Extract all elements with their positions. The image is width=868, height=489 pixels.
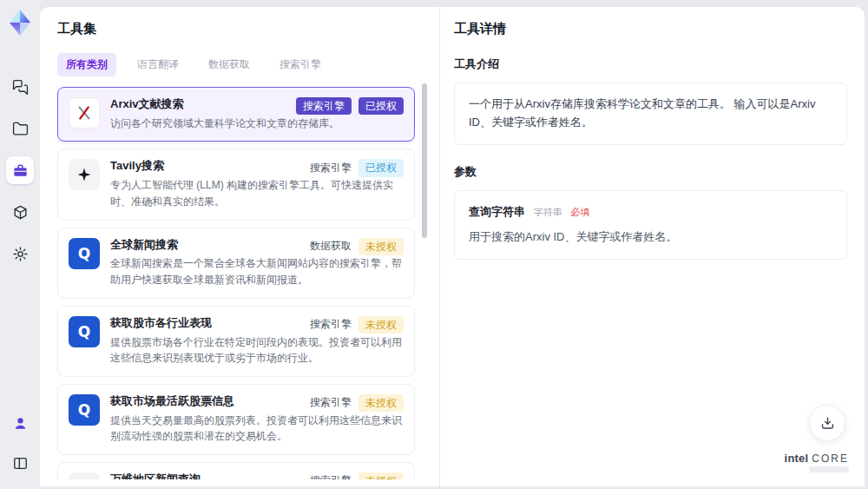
chat-icon: [12, 79, 29, 96]
params-heading: 参数: [454, 164, 847, 180]
tools-panel: 工具集 所有类别 语言翻译 数据获取 搜索引擎 Arxiv文献搜索 访问各个研究…: [40, 7, 439, 486]
sparkle-icon: [69, 159, 100, 190]
brand-sub-mark: [809, 466, 849, 472]
auth-status-badge: 已授权: [358, 159, 404, 176]
auth-status-badge: 未授权: [358, 472, 404, 479]
tool-card-regional-news[interactable]: 万维地区新闻查询 查询具体行政区划内的新闻，快速了解各地新闻动 搜索引擎 未授权: [57, 462, 415, 479]
folder-icon: [12, 121, 29, 137]
auth-status-badge: 未授权: [358, 316, 404, 334]
intro-heading: 工具介绍: [454, 56, 847, 72]
category-label: 搜索引擎: [310, 395, 352, 410]
news-app-icon: Q: [69, 394, 100, 426]
news-app-icon: Q: [69, 316, 100, 347]
tool-card-arxiv[interactable]: Arxiv文献搜索 访问各个研究领域大量科学论文和文章的存储库。 搜索引擎 已授…: [57, 87, 415, 142]
rail-bottom: [6, 409, 34, 477]
tool-description: 全球新闻搜索是一个聚合全球各大新闻网站内容的搜索引擎，帮助用户快速获取全球最新资…: [110, 255, 404, 287]
tool-description: 专为人工智能代理 (LLM) 构建的搜索引擎工具。可快速提供实时、准确和真实的结…: [110, 177, 404, 209]
parameter-required-flag: 必填: [570, 207, 589, 217]
gear-icon: [12, 246, 29, 262]
tool-card-most-active-stocks[interactable]: Q 获取市场最活跃股票信息 提供当天交易量最高的股票列表。投资者可以利用这些信息…: [57, 384, 415, 455]
sidebar-item-chat[interactable]: [6, 73, 34, 101]
sidebar-item-packages[interactable]: [6, 198, 34, 226]
category-label: 搜索引擎: [310, 317, 352, 332]
auth-status-badge: 未授权: [358, 238, 404, 255]
tab-search-engine[interactable]: 搜索引擎: [271, 53, 330, 76]
toolbox-icon: [12, 162, 29, 179]
parameter-description: 用于搜索的Arxiv ID、关键字或作者姓名。: [469, 228, 832, 247]
tool-card-sector-performance[interactable]: Q 获取股市各行业表现 提供股票市场各个行业在特定时间段内的表现。投资者可以利用…: [57, 306, 415, 377]
tool-card-global-news[interactable]: Q 全球新闻搜索 全球新闻搜索是一个聚合全球各大新闻网站内容的搜索引擎，帮助用户…: [57, 228, 415, 299]
page-title: 工具集: [57, 21, 439, 37]
intel-core-logo: intelCORE: [785, 452, 849, 472]
tool-card-tavily[interactable]: Tavily搜索 专为人工智能代理 (LLM) 构建的搜索引擎工具。可快速提供实…: [57, 149, 415, 220]
panel-toggle-icon: [12, 455, 29, 472]
category-badge: 搜索引擎: [296, 97, 352, 115]
arxiv-icon: [69, 97, 100, 129]
download-icon: [819, 415, 836, 432]
category-label: 搜索引擎: [310, 473, 352, 479]
scrollbar-thumb[interactable]: [422, 83, 427, 238]
cube-icon: [12, 204, 29, 221]
tool-list: Arxiv文献搜索 访问各个研究领域大量科学论文和文章的存储库。 搜索引擎 已授…: [57, 87, 415, 479]
tool-details-panel: 工具详情 工具介绍 一个用于从Arxiv存储库搜索科学论文和文章的工具。 输入可…: [439, 7, 865, 486]
category-label: 数据获取: [310, 239, 352, 254]
brand-intel: intel: [785, 452, 809, 465]
tab-all-categories[interactable]: 所有类别: [57, 53, 116, 76]
tool-description: 访问各个研究领域大量科学论文和文章的存储库。: [110, 116, 404, 132]
parameter-name: 查询字符串: [469, 205, 525, 218]
tab-data-acquisition[interactable]: 数据获取: [200, 53, 259, 76]
user-icon: [12, 415, 29, 432]
category-tabs: 所有类别 语言翻译 数据获取 搜索引擎: [57, 53, 439, 76]
sidebar-item-settings[interactable]: [6, 240, 34, 268]
sidebar-item-tools[interactable]: [6, 156, 34, 184]
rail-nav: [6, 73, 34, 268]
newspaper-icon: [69, 472, 100, 479]
tool-description: 提供当天交易量最高的股票列表。投资者可以利用这些信息来识别流动性强的股票和潜在的…: [110, 413, 404, 445]
list-scrollbar[interactable]: [422, 75, 427, 486]
sidebar-item-account[interactable]: [6, 409, 34, 437]
auth-status-badge: 未授权: [358, 394, 404, 412]
parameter-box: 查询字符串 字符串 必填 用于搜索的Arxiv ID、关键字或作者姓名。: [454, 190, 847, 261]
intro-box: 一个用于从Arxiv存储库搜索科学论文和文章的工具。 输入可以是Arxiv ID…: [454, 83, 847, 145]
download-button[interactable]: [809, 405, 845, 441]
main-panel: 工具集 所有类别 语言翻译 数据获取 搜索引擎 Arxiv文献搜索 访问各个研究…: [40, 7, 865, 486]
tab-language-translation[interactable]: 语言翻译: [128, 53, 187, 76]
category-label: 搜索引擎: [310, 161, 352, 175]
details-title: 工具详情: [454, 21, 847, 37]
news-app-icon: Q: [69, 238, 100, 269]
tool-description: 提供股票市场各个行业在特定时间段内的表现。投资者可以利用这些信息来识别表现优于或…: [110, 334, 404, 367]
auth-status-badge: 已授权: [358, 97, 404, 115]
sidebar-item-files[interactable]: [6, 115, 34, 142]
app-logo: [7, 9, 33, 36]
sidebar-item-collapse[interactable]: [6, 449, 34, 477]
left-rail: [0, 0, 40, 489]
parameter-type: 字符串: [534, 207, 562, 217]
brand-core: CORE: [812, 453, 849, 465]
